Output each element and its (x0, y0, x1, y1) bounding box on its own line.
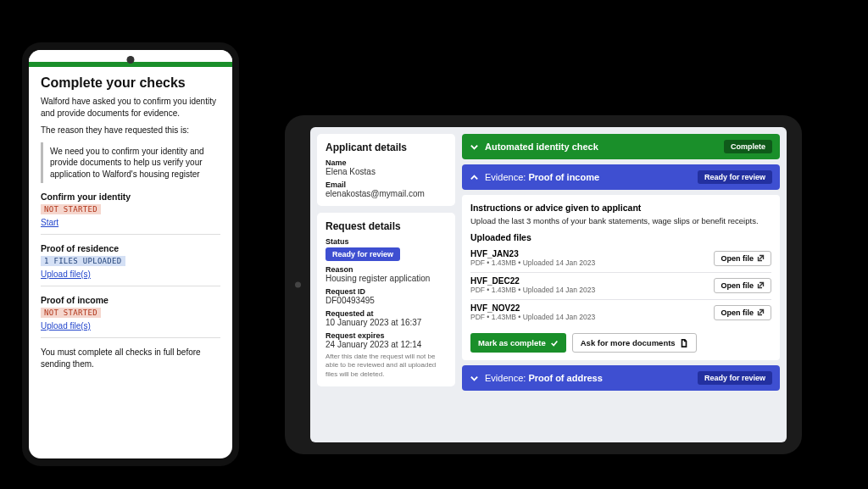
phone-side-button (239, 153, 242, 178)
expires-label: Request expires (326, 331, 447, 340)
request-id-value: DF00493495 (326, 296, 447, 305)
chevron-down-icon (470, 142, 479, 152)
task-identity: Confirm your identity NOT STARTED Start (41, 192, 220, 235)
accordion-title: Automated identity check (485, 142, 718, 152)
check-icon (550, 339, 559, 347)
requested-at-label: Requested at (326, 309, 447, 318)
panel-actions: Mark as complete Ask for more documents (470, 333, 771, 353)
email-label: Email (326, 181, 447, 189)
accordion-title: Evidence: Proof of income (485, 172, 692, 182)
instructions-heading: Instructions or advice given to applican… (470, 203, 771, 213)
task-title: Proof of residence (41, 243, 220, 253)
reason-label: Reason (326, 265, 447, 274)
phone-side-button (19, 169, 22, 203)
file-name: HVF_JAN23 (470, 249, 595, 258)
phone-screen: Complete your checks Walford have asked … (29, 50, 232, 458)
external-link-icon (757, 281, 765, 289)
ask-more-button[interactable]: Ask for more documents (572, 333, 697, 353)
phone-device: Complete your checks Walford have asked … (22, 42, 239, 466)
expires-value: 24 January 2023 at 12:14 (326, 340, 447, 349)
file-row: HVF_DEC22 PDF • 1.43MB • Uploaded 14 Jan… (470, 273, 771, 300)
file-name: HVF_DEC22 (470, 276, 595, 286)
requested-at-value: 10 January 2023 at 16:37 (326, 318, 447, 327)
status-badge: 1 FILES UPLOADED (41, 256, 125, 266)
start-link[interactable]: Start (41, 218, 58, 227)
file-meta: PDF • 1.43MB • Uploaded 14 Jan 2023 (470, 286, 595, 294)
tablet-camera-icon (295, 282, 301, 288)
open-file-button[interactable]: Open file (714, 305, 771, 320)
instructions-body: Upload the last 3 months of your bank st… (470, 216, 771, 225)
reason-label: The reason they have requested this is: (41, 125, 220, 136)
request-heading: Request details (326, 220, 447, 232)
intro-text: Walford have asked you to confirm you id… (41, 96, 220, 119)
phone-camera-icon (127, 56, 135, 64)
task-title: Proof of income (41, 295, 220, 305)
file-name: HVF_NOV22 (470, 303, 595, 313)
accordion-identity[interactable]: Automated identity check Complete (462, 134, 780, 159)
task-residence: Proof of residence 1 FILES UPLOADED Uplo… (41, 243, 220, 286)
status-pill: Ready for review (326, 247, 400, 261)
reason-quote: We need you to confirm your identity and… (41, 142, 220, 184)
phone-side-button (239, 186, 242, 229)
upload-link[interactable]: Upload file(s) (41, 270, 91, 279)
task-income: Proof of income NOT STARTED Upload file(… (41, 295, 220, 338)
accordion-status: Ready for review (698, 170, 772, 184)
applicant-heading: Applicant details (326, 142, 447, 153)
email-value: elenakostas@mymail.com (326, 189, 447, 198)
task-title: Confirm your identity (41, 192, 220, 202)
mark-complete-button[interactable]: Mark as complete (470, 333, 566, 353)
tablet-device: Applicant details Name Elena Kostas Emai… (285, 115, 802, 454)
reason-value: Housing register application (326, 274, 447, 283)
completion-note: You must complete all checks in full bef… (41, 347, 220, 370)
file-meta: PDF • 1.43MB • Uploaded 14 Jan 2023 (470, 313, 595, 321)
file-row: HVF_NOV22 PDF • 1.43MB • Uploaded 14 Jan… (470, 300, 771, 326)
chevron-down-icon (470, 374, 479, 383)
tablet-screen: Applicant details Name Elena Kostas Emai… (310, 127, 787, 442)
page-title: Complete your checks (41, 75, 220, 91)
external-link-icon (757, 254, 765, 262)
chevron-up-icon (470, 173, 479, 182)
status-badge: NOT STARTED (41, 204, 101, 214)
document-icon (680, 339, 688, 347)
expires-note: After this date the request will not be … (326, 353, 447, 379)
external-link-icon (757, 308, 765, 316)
file-meta: PDF • 1.43MB • Uploaded 14 Jan 2023 (470, 258, 595, 267)
file-list: HVF_JAN23 PDF • 1.43MB • Uploaded 14 Jan… (470, 246, 771, 326)
status-badge: NOT STARTED (41, 308, 101, 318)
request-id-label: Request ID (326, 287, 447, 296)
right-column: Automated identity check Complete Eviden… (462, 134, 780, 436)
income-panel: Instructions or advice given to applican… (462, 195, 780, 360)
accordion-income[interactable]: Evidence: Proof of income Ready for revi… (462, 164, 780, 190)
left-column: Applicant details Name Elena Kostas Emai… (317, 134, 455, 436)
open-file-button[interactable]: Open file (714, 251, 771, 266)
accordion-title: Evidence: Proof of address (485, 373, 692, 383)
phone-content: Complete your checks Walford have asked … (29, 67, 232, 384)
open-file-button[interactable]: Open file (714, 278, 771, 293)
applicant-card: Applicant details Name Elena Kostas Emai… (317, 134, 455, 206)
files-heading: Uploaded files (470, 232, 771, 242)
name-value: Elena Kostas (326, 167, 447, 176)
accordion-status: Complete (724, 140, 772, 153)
name-label: Name (326, 158, 447, 167)
request-card: Request details Status Ready for review … (317, 213, 455, 386)
accordion-status: Ready for review (698, 371, 772, 385)
accordion-address[interactable]: Evidence: Proof of address Ready for rev… (462, 365, 780, 391)
file-row: HVF_JAN23 PDF • 1.43MB • Uploaded 14 Jan… (470, 246, 771, 273)
status-label: Status (326, 237, 447, 246)
upload-link[interactable]: Upload file(s) (41, 321, 91, 331)
